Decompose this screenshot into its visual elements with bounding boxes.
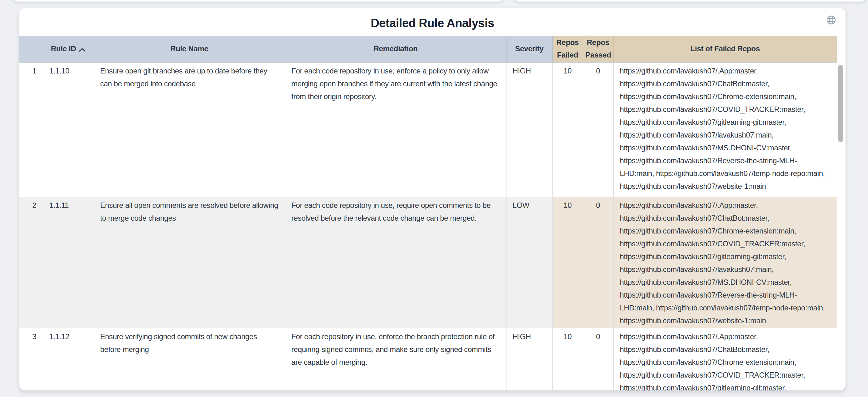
remediation-cell: For each code repository in use, enforce…	[285, 62, 506, 197]
repos-failed-cell: 10	[552, 197, 583, 328]
upper-card-right-bottom	[514, 0, 866, 2]
repos-passed-cell: 0	[583, 328, 613, 391]
column-header-remediation[interactable]: Remediation	[285, 36, 506, 62]
vertical-scrollbar-thumb[interactable]	[838, 65, 843, 142]
table-row: 2 1.1.11 Ensure all open comments are re…	[19, 197, 837, 328]
detailed-rule-analysis-card: Detailed Rule Analysis Rule	[19, 8, 845, 391]
rule-name-cell: Ensure open git branches are up to date …	[94, 62, 285, 197]
column-header-index	[19, 36, 43, 62]
remediation-cell: For each code repository in use, require…	[285, 197, 506, 328]
repos-passed-cell: 0	[583, 197, 613, 328]
upper-card-left-bottom	[12, 0, 503, 2]
page-title: Detailed Rule Analysis	[19, 16, 845, 31]
column-header-rule-name[interactable]: Rule Name	[94, 36, 285, 62]
remediation-cell: For each repository in use, enforce the …	[285, 328, 506, 391]
repos-failed-cell: 10	[552, 328, 583, 391]
column-header-severity[interactable]: Severity	[506, 36, 552, 62]
rule-id-cell: 1.1.11	[43, 197, 94, 328]
globe-icon[interactable]	[826, 14, 837, 26]
column-header-repos-passed[interactable]: Repos Passed	[583, 36, 613, 62]
severity-cell: HIGH	[506, 62, 552, 197]
failed-repos-cell: https://github.com/lavakush07/.App:maste…	[613, 328, 837, 391]
failed-repos-cell: https://github.com/lavakush07/.App:maste…	[613, 62, 837, 197]
sort-ascending-icon	[79, 43, 86, 56]
table-row: 1 1.1.10 Ensure open git branches are up…	[19, 62, 837, 197]
rule-id-cell: 1.1.12	[43, 328, 94, 391]
rule-name-cell: Ensure all open comments are resolved be…	[94, 197, 285, 328]
repos-passed-cell: 0	[583, 62, 613, 197]
column-header-list-of-failed-repos[interactable]: List of Failed Repos	[613, 36, 837, 62]
rule-analysis-table: Rule ID Rule Name Remediation Severity R…	[19, 36, 837, 391]
failed-repos-cell: https://github.com/lavakush07/.App:maste…	[613, 197, 837, 328]
row-index-cell: 1	[19, 62, 43, 197]
column-header-rule-id-label: Rule ID	[51, 42, 76, 55]
row-index-cell: 2	[19, 197, 43, 328]
repos-failed-cell: 10	[552, 62, 583, 197]
page: Detailed Rule Analysis Rule	[0, 0, 868, 397]
rule-name-cell: Ensure verifying signed commits of new c…	[94, 328, 285, 391]
severity-cell: HIGH	[506, 328, 552, 391]
table-row: 3 1.1.12 Ensure verifying signed commits…	[19, 328, 837, 391]
row-index-cell: 3	[19, 328, 43, 391]
column-header-repos-failed[interactable]: Repos Failed	[552, 36, 583, 62]
severity-cell: LOW	[506, 197, 552, 328]
table-header-row: Rule ID Rule Name Remediation Severity R…	[19, 36, 837, 62]
column-header-rule-id[interactable]: Rule ID	[43, 36, 94, 62]
rule-id-cell: 1.1.10	[43, 62, 94, 197]
